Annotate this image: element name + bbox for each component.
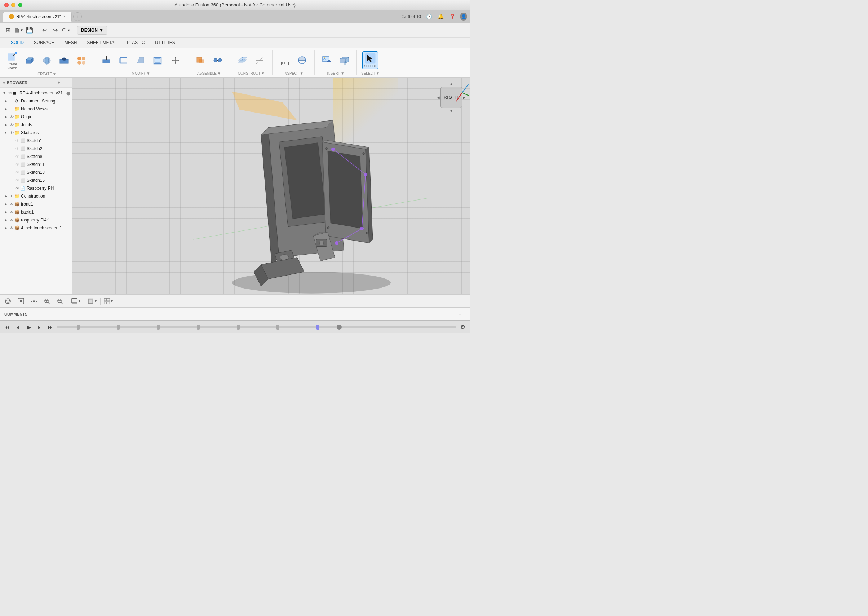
view-cube-top-arrow[interactable]: ▲ bbox=[450, 82, 453, 86]
tree-item-back[interactable]: ▶ 👁 📦 back:1 bbox=[0, 208, 72, 216]
pan-button[interactable] bbox=[29, 296, 39, 306]
create-sketch-button[interactable]: CreateSketch bbox=[4, 50, 20, 71]
joint-button[interactable] bbox=[210, 53, 226, 67]
view-cube[interactable]: ▲ ◀ RIGHT ▶ ▼ Z bbox=[437, 82, 466, 111]
tab-utilities[interactable]: UTILITIES bbox=[150, 39, 180, 47]
grid-settings-button[interactable]: ▼ bbox=[103, 296, 114, 306]
tab-plastic[interactable]: PLASTIC bbox=[122, 39, 150, 47]
extrude-button[interactable] bbox=[22, 54, 38, 68]
undo-button[interactable]: ↩ bbox=[39, 25, 49, 35]
tree-eye-front[interactable]: 👁 bbox=[9, 202, 14, 206]
tree-item-sketch18[interactable]: 👁 ⬜ Sketch18 bbox=[0, 168, 72, 176]
tree-item-origin[interactable]: ▶ 👁 📁 Origin bbox=[0, 113, 72, 121]
clock-button[interactable]: 🕐 bbox=[425, 13, 432, 20]
timeline-marker-2[interactable] bbox=[117, 325, 120, 330]
grid-menu-button[interactable]: ⊞ bbox=[3, 25, 13, 35]
undo-arrow-button[interactable]: ▼ bbox=[61, 25, 71, 35]
tree-item-joints[interactable]: ▶ 👁 📁 Joints bbox=[0, 121, 72, 129]
tree-eye-sketches[interactable]: 👁 bbox=[9, 130, 14, 135]
tree-eye-joints[interactable]: 👁 bbox=[9, 123, 14, 127]
tree-eye-s15[interactable]: 👁 bbox=[14, 178, 20, 182]
visual-style-button[interactable]: ▼ bbox=[87, 296, 97, 306]
shell-button[interactable] bbox=[150, 53, 166, 67]
timeline-start-button[interactable]: ⏮ bbox=[3, 323, 11, 332]
tree-item-sketch1[interactable]: 👁 ⬜ Sketch1 bbox=[0, 137, 72, 145]
tree-item-root[interactable]: ▼ 👁 ◼ RPi4 4inch screen v21 ⬤ bbox=[0, 89, 72, 97]
chamfer-button[interactable] bbox=[133, 53, 149, 67]
minimize-button[interactable] bbox=[11, 3, 16, 7]
tree-item-document-settings[interactable]: ▶ ⚙ Document Settings bbox=[0, 97, 72, 105]
tree-eye-s18[interactable]: 👁 bbox=[14, 170, 20, 174]
maximize-button[interactable] bbox=[18, 3, 22, 7]
hole-button[interactable] bbox=[56, 54, 72, 68]
tree-item-named-views[interactable]: ▶ 📁 Named Views bbox=[0, 105, 72, 113]
timeline-track[interactable] bbox=[57, 326, 456, 328]
viewport[interactable]: ▲ ◀ RIGHT ▶ ▼ Z bbox=[72, 77, 470, 294]
timeline-marker-3[interactable] bbox=[157, 325, 160, 330]
orbit-button[interactable] bbox=[3, 296, 13, 306]
timeline-marker-7[interactable] bbox=[316, 325, 320, 330]
file-menu-button[interactable]: ▼ bbox=[14, 25, 24, 35]
user-profile-button[interactable]: 👤 bbox=[460, 13, 467, 20]
view-cube-bottom-arrow[interactable]: ▼ bbox=[450, 109, 453, 113]
tree-item-sketch2[interactable]: 👁 ⬜ Sketch2 bbox=[0, 145, 72, 152]
tree-eye-rpi4[interactable]: 👁 bbox=[9, 218, 14, 222]
fit-button[interactable] bbox=[55, 296, 65, 306]
tree-eye-root[interactable]: 👁 bbox=[7, 91, 13, 95]
tree-eye-back[interactable]: 👁 bbox=[9, 210, 14, 214]
timeline-marker-1[interactable] bbox=[77, 325, 80, 330]
create-more-button[interactable] bbox=[74, 54, 89, 68]
tree-eye-ts[interactable]: 👁 bbox=[9, 226, 14, 230]
design-mode-button[interactable]: DESIGN ▼ bbox=[77, 26, 107, 35]
save-button[interactable]: 💾 bbox=[25, 25, 34, 35]
tab-mesh[interactable]: MESH bbox=[60, 39, 82, 47]
browser-collapse-icon[interactable]: « bbox=[3, 80, 5, 85]
new-tab-button[interactable]: + bbox=[73, 12, 82, 21]
tab-close-button[interactable]: × bbox=[63, 14, 66, 18]
scale-button[interactable] bbox=[168, 53, 183, 67]
timeline-next-button[interactable]: ⏵ bbox=[35, 323, 44, 332]
timeline-marker-6[interactable] bbox=[276, 325, 279, 330]
close-button[interactable] bbox=[4, 3, 9, 7]
press-pull-button[interactable] bbox=[99, 53, 114, 67]
new-component-button[interactable] bbox=[193, 53, 208, 67]
timeline-prev-button[interactable]: ⏴ bbox=[14, 323, 22, 332]
notifications-button[interactable]: 🔔 bbox=[437, 13, 444, 20]
tab-surface[interactable]: SURFACE bbox=[29, 39, 60, 47]
tree-item-sketch8[interactable]: 👁 ⬜ Sketch8 bbox=[0, 152, 72, 160]
fillet-button[interactable] bbox=[116, 53, 132, 67]
timeline-marker-5[interactable] bbox=[237, 325, 240, 330]
measure-button[interactable] bbox=[277, 53, 293, 67]
tree-item-touchscreen[interactable]: ▶ 👁 📦 4 inch touch screen:1 bbox=[0, 224, 72, 232]
help-button[interactable]: ❓ bbox=[448, 13, 456, 20]
section-analysis-button[interactable] bbox=[294, 53, 310, 67]
timeline-playhead[interactable] bbox=[337, 325, 342, 330]
insert-image-button[interactable] bbox=[319, 53, 335, 67]
tree-eye-rpi[interactable]: 👁 bbox=[14, 186, 20, 190]
tree-item-sketch11[interactable]: 👁 ⬜ Sketch11 bbox=[0, 160, 72, 168]
tree-item-raspberry-pi4[interactable]: 👁 📄 Raspberry Pi4 bbox=[0, 184, 72, 192]
revolve-button[interactable] bbox=[39, 54, 55, 68]
tree-item-front[interactable]: ▶ 👁 📦 front:1 bbox=[0, 200, 72, 208]
view-cube-left-arrow[interactable]: ◀ bbox=[437, 96, 440, 99]
tree-item-sketches[interactable]: ▼ 👁 📁 Sketches bbox=[0, 129, 72, 137]
offset-plane-button[interactable] bbox=[235, 53, 251, 67]
tree-item-construction[interactable]: ▶ 👁 📁 Construction bbox=[0, 192, 72, 200]
look-at-button[interactable] bbox=[16, 296, 26, 306]
redo-button[interactable]: ↪ bbox=[50, 25, 60, 35]
tab-solid[interactable]: SOLID bbox=[6, 39, 29, 47]
tree-eye-s1[interactable]: 👁 bbox=[14, 138, 20, 143]
comments-expand-button[interactable]: + bbox=[459, 311, 461, 317]
tree-eye-s8[interactable]: 👁 bbox=[14, 154, 20, 159]
tree-eye-construction[interactable]: 👁 bbox=[9, 194, 14, 198]
select-button[interactable]: SELECT bbox=[362, 51, 378, 70]
timeline-settings-button[interactable]: ⚙ bbox=[459, 323, 467, 332]
tree-eye-s2[interactable]: 👁 bbox=[14, 146, 20, 151]
timeline-marker-4[interactable] bbox=[197, 325, 200, 330]
insert-mesh-button[interactable] bbox=[336, 53, 352, 67]
tree-item-rpi4-1[interactable]: ▶ 👁 📦 raspberry Pi4:1 bbox=[0, 216, 72, 224]
timeline-play-button[interactable]: ▶ bbox=[25, 323, 33, 332]
zoom-button[interactable] bbox=[42, 296, 52, 306]
display-mode-button[interactable]: ▼ bbox=[71, 296, 81, 306]
tree-item-sketch15[interactable]: 👁 ⬜ Sketch15 bbox=[0, 176, 72, 184]
